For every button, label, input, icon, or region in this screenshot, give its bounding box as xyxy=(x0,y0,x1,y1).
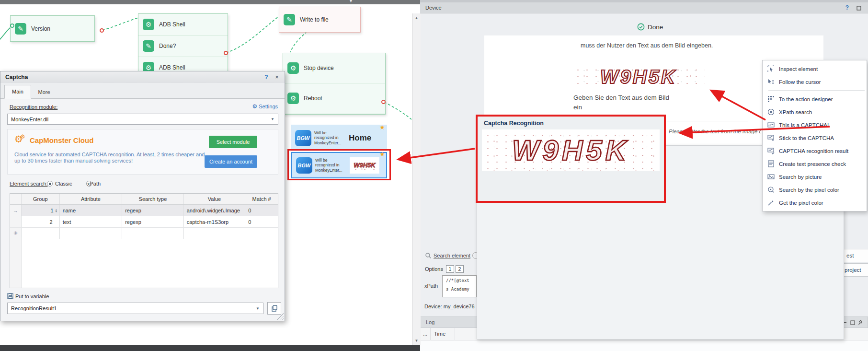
flowchart-scrollbar[interactable]: ▲ ▼ xyxy=(412,13,421,345)
input-underline xyxy=(667,121,748,121)
thumb-text: recognized in xyxy=(314,135,339,140)
close-button[interactable]: × xyxy=(273,73,281,81)
device-panel-header: Device ? xyxy=(420,2,868,13)
menu-item-follow-cursor[interactable]: Follow the cursor xyxy=(763,75,867,88)
menu-item-search-picture[interactable]: Search by picture xyxy=(763,170,867,183)
chevron-down-icon: ▼ xyxy=(271,117,274,121)
done-label: Done xyxy=(648,23,663,31)
connector-port[interactable] xyxy=(100,28,104,33)
scroll-down-icon[interactable]: ▼ xyxy=(412,339,421,343)
popup-title: Captcha Recognition xyxy=(484,120,544,127)
star-icon: ★ xyxy=(379,124,385,131)
spinner-icon[interactable]: ▲▼ xyxy=(55,209,57,212)
connector-port[interactable] xyxy=(224,51,228,55)
maximize-icon[interactable] xyxy=(850,320,855,325)
node-group-device[interactable]: ⚙ Stop device ⚙ Reboot xyxy=(283,53,386,115)
scroll-up-icon[interactable]: ▲ xyxy=(412,16,421,20)
captcha-input-placeholder[interactable]: Please enter the text from the image on … xyxy=(669,129,761,136)
dialog-titlebar[interactable]: Captcha ? × xyxy=(0,71,285,83)
option-1-button[interactable]: 1 xyxy=(446,265,454,273)
tab-main[interactable]: Main xyxy=(4,85,31,99)
captcha-plus-icon xyxy=(763,134,779,141)
node-adb-shell[interactable]: ⚙ ADB Shell xyxy=(138,14,228,35)
create-account-button[interactable]: Create an account xyxy=(205,155,257,168)
element-search-table: Group Attribute Search type Value Match … xyxy=(10,193,278,288)
node-label: ADB Shell xyxy=(159,64,185,71)
captcha-check-icon xyxy=(763,147,779,154)
menu-separator xyxy=(768,90,865,91)
variable-value: RecognitionResult1 xyxy=(11,305,256,311)
option-2-button[interactable]: 2 xyxy=(456,265,464,273)
menu-item-this-is-captcha[interactable]: This is a CAPTCHA! xyxy=(763,118,867,131)
pixel-search-icon xyxy=(763,186,779,193)
menu-item-get-pixel-color[interactable]: Get the pixel color xyxy=(763,196,867,209)
module-value: MonkeyEnter.dll xyxy=(11,117,271,122)
col-search-type: Search type xyxy=(122,194,184,204)
xpath-icon xyxy=(763,108,779,116)
capmonster-desc: Cloud service for automated CAPTCHA reco… xyxy=(14,152,205,157)
variable-select[interactable]: RecognitionResult1 ▼ xyxy=(7,303,263,314)
menu-item-action-designer[interactable]: To the action designer xyxy=(763,93,867,105)
pencil-icon: ✎ xyxy=(15,23,26,35)
capmonster-panel: ⚙⚙ CapMonster Cloud Cloud service for au… xyxy=(7,129,278,175)
thumb-text: MonkeyEnter... xyxy=(314,140,342,145)
menu-item-text-presence[interactable]: Create text presence check xyxy=(763,157,867,170)
device-name-label: Device: my_device76 xyxy=(424,304,477,311)
radio-xpath-label: xPath xyxy=(87,181,101,187)
menu-item-search-pixel-color[interactable]: Search by the pixel color xyxy=(763,183,867,196)
connector-port[interactable] xyxy=(10,23,14,28)
table-new-row[interactable]: ✳ xyxy=(10,228,278,239)
node-done[interactable]: ✎ Done? xyxy=(138,35,228,57)
col-match: Match # xyxy=(245,194,278,204)
radio-classic[interactable] xyxy=(47,181,53,187)
device-text: muss der Nutzer den Text aus dem Bild ei… xyxy=(581,42,713,49)
log-col-more[interactable]: ... xyxy=(423,331,427,337)
node-reboot[interactable]: ⚙ Reboot xyxy=(283,83,385,113)
node-label: Done? xyxy=(159,43,176,49)
menu-item-stick-to-captcha[interactable]: Stick to the CAPTCHA xyxy=(763,131,867,144)
node-label: ADB Shell xyxy=(159,21,185,28)
xpath-input[interactable]: //*[@text s Academy xyxy=(442,275,477,297)
element-search-label: Element search: xyxy=(10,181,47,187)
captcha-icon xyxy=(763,121,779,129)
document-icon xyxy=(763,160,779,167)
table-row[interactable]: 2 text regexp captcha-rn1S3orp 0 xyxy=(10,216,278,228)
node-write-to-file[interactable]: ✎ Write to file xyxy=(279,7,361,33)
put-to-variable-label: Put to variable xyxy=(15,293,49,299)
connector-port[interactable] xyxy=(381,100,386,104)
side-button-test[interactable]: est xyxy=(842,249,868,262)
list-item-home[interactable]: BGW Will be recognized in MonkeyEnter...… xyxy=(291,125,387,151)
captcha-image: W9H5K xyxy=(572,64,705,89)
home-label: Home xyxy=(349,133,371,143)
menu-item-xpath-search[interactable]: XPath search xyxy=(763,105,867,118)
menu-item-captcha-result[interactable]: CAPTCHA recognition result xyxy=(763,144,867,157)
search-icon xyxy=(425,252,432,259)
log-col-time[interactable]: Time xyxy=(434,331,445,337)
tab-more[interactable]: More xyxy=(31,86,57,99)
select-module-button[interactable]: Select module xyxy=(209,136,257,148)
resize-grip[interactable] xyxy=(277,313,284,320)
table-header: Group Attribute Search type Value Match … xyxy=(10,194,278,205)
device-panel-title: Device xyxy=(425,5,442,11)
menu-item-inspect-element[interactable]: Inspect element xyxy=(763,62,867,75)
help-button[interactable]: ? xyxy=(845,4,849,11)
designer-grid-icon xyxy=(763,95,779,103)
node-version[interactable]: ✎ Version xyxy=(10,15,95,42)
col-value: Value xyxy=(184,194,246,204)
table-row[interactable]: → 1▲▼ name regexp android\.widget\.Image… xyxy=(10,205,278,216)
node-stop-device[interactable]: ⚙ Stop device xyxy=(283,53,385,83)
context-menu: Inspect element Follow the cursor To the… xyxy=(762,60,867,211)
settings-link[interactable]: ⚙ Settings xyxy=(252,103,278,110)
col-group: Group xyxy=(22,194,60,204)
gear-icon: ⚙ xyxy=(143,19,154,30)
picture-icon xyxy=(763,173,779,180)
pin-icon[interactable] xyxy=(858,320,863,326)
module-select[interactable]: MonkeyEnter.dll ▼ xyxy=(7,114,278,125)
gear-icon: ⚙ xyxy=(287,93,299,104)
maximize-button[interactable] xyxy=(857,6,861,11)
collapse-arrow-icon[interactable]: ▼ xyxy=(349,0,353,3)
help-button[interactable]: ? xyxy=(263,73,270,81)
search-element-link[interactable]: Search element xyxy=(434,253,470,258)
gears-icon: ⚙⚙ xyxy=(14,133,28,145)
side-button-project[interactable]: project xyxy=(842,263,868,277)
